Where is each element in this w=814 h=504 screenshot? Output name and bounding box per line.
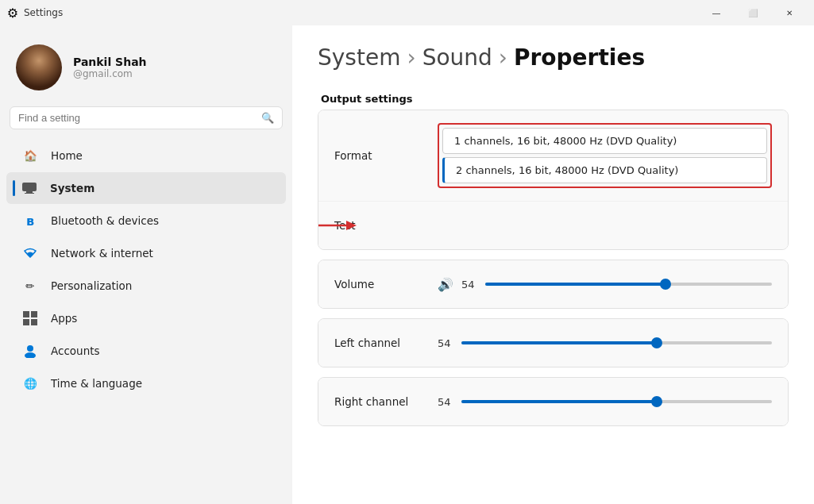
- svg-rect-5: [23, 319, 29, 325]
- titlebar: ⚙️ Settings — ⬜ ✕: [0, 0, 814, 25]
- svg-rect-4: [31, 311, 37, 317]
- accounts-icon: [22, 343, 38, 359]
- user-info: Pankil Shah @gmail.com: [73, 56, 147, 79]
- active-indicator: [13, 180, 15, 196]
- volume-card: Volume 🔊 54: [318, 260, 789, 309]
- sidebar-item-label: Time & language: [51, 377, 142, 390]
- red-arrow: [318, 216, 358, 235]
- svg-rect-0: [22, 183, 37, 191]
- right-channel-row: Right channel 54: [318, 378, 788, 425]
- right-channel-thumb[interactable]: [651, 396, 662, 407]
- user-section: Pankil Shah @gmail.com: [0, 32, 292, 106]
- breadcrumb: System › Sound › Properties: [318, 44, 789, 71]
- right-channel-fill: [461, 400, 657, 403]
- speaker-icon: 🔊: [438, 277, 453, 292]
- svg-rect-2: [25, 193, 34, 194]
- home-icon: 🏠: [22, 148, 38, 164]
- apps-icon: [22, 310, 38, 326]
- format-options-box: 1 channels, 16 bit, 48000 Hz (DVD Qualit…: [438, 123, 772, 188]
- sidebar-item-label: System: [50, 182, 95, 194]
- minimize-button[interactable]: —: [698, 0, 735, 25]
- right-channel-card: Right channel 54: [318, 377, 789, 426]
- breadcrumb-sep-1: ›: [407, 44, 415, 71]
- volume-fill: [485, 283, 665, 286]
- svg-point-8: [25, 352, 36, 358]
- sidebar-item-time[interactable]: 🌐 Time & language: [6, 367, 286, 399]
- sidebar-item-label: Home: [51, 149, 83, 162]
- main-content: System › Sound › Properties Output setti…: [292, 25, 814, 504]
- svg-marker-10: [346, 221, 357, 230]
- network-icon: [22, 245, 38, 261]
- nav-items: 🏠 Home System ʙ Bluetooth & devices: [0, 139, 292, 504]
- search-box[interactable]: 🔍: [10, 106, 283, 129]
- system-icon: [21, 180, 37, 196]
- volume-label: Volume: [334, 278, 438, 290]
- window-controls: — ⬜ ✕: [698, 0, 808, 25]
- format-option-1[interactable]: 1 channels, 16 bit, 48000 Hz (DVD Qualit…: [442, 128, 767, 154]
- app-icon: ⚙️: [6, 6, 19, 19]
- volume-thumb[interactable]: [660, 279, 671, 290]
- left-channel-fill: [461, 341, 657, 344]
- test-row: Test: [318, 202, 788, 249]
- svg-rect-3: [23, 311, 29, 317]
- left-channel-label: Left channel: [334, 337, 438, 349]
- sidebar-item-label: Network & internet: [51, 247, 153, 260]
- svg-point-7: [27, 345, 33, 352]
- sidebar-item-home[interactable]: 🏠 Home: [6, 140, 286, 171]
- format-test-card: Format 1 channels, 16 bit, 48000 Hz (DVD…: [318, 110, 789, 250]
- bluetooth-icon: ʙ: [22, 213, 38, 229]
- breadcrumb-current: Properties: [514, 44, 645, 71]
- volume-control: 🔊 54: [438, 277, 772, 292]
- sidebar-item-label: Bluetooth & devices: [51, 214, 159, 227]
- search-input[interactable]: [18, 112, 255, 124]
- left-channel-slider[interactable]: [461, 341, 772, 344]
- avatar: [16, 44, 62, 90]
- search-icon: 🔍: [261, 112, 274, 124]
- right-channel-slider[interactable]: [461, 400, 772, 403]
- left-channel-card: Left channel 54: [318, 318, 789, 367]
- volume-row: Volume 🔊 54: [318, 260, 788, 308]
- format-row: Format 1 channels, 16 bit, 48000 Hz (DVD…: [318, 110, 788, 202]
- format-option-2[interactable]: 2 channels, 16 bit, 48000 Hz (DVD Qualit…: [442, 157, 767, 183]
- sidebar-item-accounts[interactable]: Accounts: [6, 335, 286, 367]
- sidebar-item-apps[interactable]: Apps: [6, 302, 286, 334]
- titlebar-title: Settings: [24, 7, 698, 18]
- sidebar-item-label: Personalization: [51, 279, 132, 292]
- close-button[interactable]: ✕: [771, 0, 808, 25]
- maximize-button[interactable]: ⬜: [735, 0, 771, 25]
- left-channel-thumb[interactable]: [651, 337, 662, 348]
- sidebar-item-label: Apps: [51, 312, 77, 325]
- sidebar-item-label: Accounts: [51, 344, 100, 357]
- breadcrumb-part-1: System: [318, 44, 400, 71]
- user-email: @gmail.com: [73, 68, 147, 79]
- time-icon: 🌐: [22, 375, 38, 391]
- sidebar-item-personalization[interactable]: ✏️ Personalization: [6, 270, 286, 302]
- left-channel-value: 54: [438, 337, 453, 349]
- svg-rect-1: [26, 191, 33, 193]
- breadcrumb-sep-2: ›: [499, 44, 507, 71]
- sidebar-item-system[interactable]: System: [6, 172, 286, 204]
- svg-rect-6: [31, 319, 37, 325]
- right-channel-value: 54: [438, 396, 453, 408]
- sidebar: Pankil Shah @gmail.com 🔍 🏠 Home: [0, 25, 292, 504]
- right-channel-control: 54: [438, 396, 772, 408]
- volume-value: 54: [461, 279, 477, 290]
- breadcrumb-part-2: Sound: [422, 44, 492, 71]
- sidebar-item-bluetooth[interactable]: ʙ Bluetooth & devices: [6, 205, 286, 237]
- format-label: Format: [334, 149, 438, 162]
- right-channel-label: Right channel: [334, 395, 438, 408]
- user-name: Pankil Shah: [73, 56, 147, 68]
- volume-slider[interactable]: [485, 283, 772, 286]
- section-title: Output settings: [318, 93, 789, 105]
- left-channel-row: Left channel 54: [318, 319, 788, 367]
- personalization-icon: ✏️: [22, 278, 38, 294]
- left-channel-control: 54: [438, 337, 772, 349]
- sidebar-item-network[interactable]: Network & internet: [6, 237, 286, 269]
